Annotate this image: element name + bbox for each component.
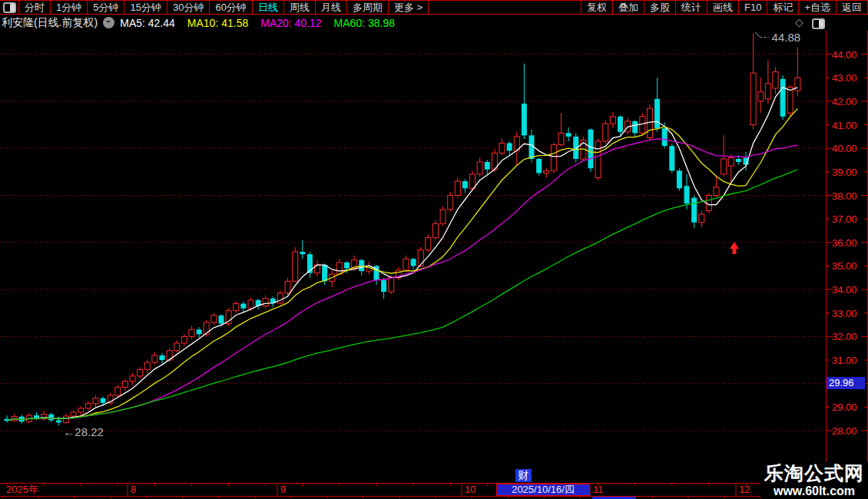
financial-report-badge[interactable]: 财 <box>515 469 532 482</box>
menu-item-mark[interactable]: 标记 <box>767 1 798 14</box>
menu-item-more[interactable]: 更多 > <box>388 1 429 14</box>
window-layout-icon[interactable] <box>0 1 18 14</box>
candle-up <box>189 329 194 336</box>
ma5-line <box>7 88 797 421</box>
candle-down <box>632 121 638 133</box>
price-tick-label: 37.00 <box>832 213 857 225</box>
price-tick-label: 29.00 <box>832 402 857 413</box>
candle-up <box>285 281 290 292</box>
candle-down <box>669 146 674 170</box>
candle-down <box>218 316 224 324</box>
candle-down <box>381 280 386 292</box>
candle-up <box>455 181 460 195</box>
candle-up <box>426 238 431 250</box>
candle-up <box>432 223 438 237</box>
candle-up <box>795 78 800 91</box>
menu-item-15min[interactable]: 15分钟 <box>124 1 166 14</box>
menu-item-weekly[interactable]: 周线 <box>283 1 315 14</box>
price-tick-label: 34.00 <box>832 284 857 296</box>
time-axis-label: 2025年 <box>6 484 38 495</box>
candle-down <box>56 421 61 423</box>
candle-up <box>204 322 209 334</box>
chevron-down-icon[interactable] <box>103 17 114 28</box>
ma-values: MA5: 42.44MA10: 41.58MA20: 40.12MA60: 38… <box>120 16 407 30</box>
candle-down <box>359 260 364 271</box>
menu-item-1min[interactable]: 1分钟 <box>50 1 87 14</box>
candle-up <box>595 141 601 178</box>
diamond-marker-icon[interactable]: ◇ <box>795 16 803 28</box>
candle-down <box>736 159 741 162</box>
candle-up <box>144 362 150 369</box>
candle-down <box>160 355 165 360</box>
menu-item-f10[interactable]: F10 <box>738 1 767 14</box>
candle-up <box>181 336 187 343</box>
menu-item-add-watchlist[interactable]: +自选 <box>798 1 836 14</box>
candle-down <box>48 415 54 421</box>
site-watermark: 乐淘公式网 www.60lt.com <box>760 462 868 499</box>
candle-up <box>448 196 453 210</box>
price-tick-label: 39.00 <box>832 167 857 178</box>
candle-down <box>522 104 527 135</box>
menu-item-multi-stock[interactable]: 多股 <box>644 1 675 14</box>
candle-down <box>462 181 468 188</box>
candle-down <box>588 130 593 169</box>
price-tick-label: 33.00 <box>832 308 857 319</box>
menu-item-back[interactable]: 返回 <box>836 1 868 14</box>
menu-item-intraday[interactable]: 分时 <box>18 1 50 14</box>
low-annotation: ←28.22 <box>63 425 104 438</box>
candle-up <box>137 369 143 376</box>
buy-arrow-icon <box>730 242 739 254</box>
candle-up <box>440 210 446 223</box>
menu-item-60min[interactable]: 60分钟 <box>209 1 251 14</box>
selected-date-badge: 2025/10/16/四 <box>496 484 590 496</box>
tool-menu: 复权叠加多股统计画线F10标记+自选返回 <box>581 1 868 14</box>
candle-up <box>551 145 556 171</box>
menu-item-monthly[interactable]: 月线 <box>315 1 346 14</box>
candle-up <box>773 72 778 88</box>
period-menu: 分时1分钟5分钟15分钟30分钟60分钟日线周线月线多周期更多 > <box>18 1 429 14</box>
candle-up <box>122 382 128 388</box>
candle-down <box>507 143 512 150</box>
top-menubar: 分时1分钟5分钟15分钟30分钟60分钟日线周线月线多周期更多 > 复权叠加多股… <box>0 0 868 15</box>
candle-down <box>662 128 668 146</box>
menubar-spacer <box>429 1 581 14</box>
watermark-url: www.60lt.com <box>760 484 868 497</box>
candle-up <box>721 159 727 174</box>
candle-up <box>750 73 756 124</box>
menu-item-draw-line[interactable]: 画线 <box>707 1 738 14</box>
menu-item-statistics[interactable]: 统计 <box>675 1 707 14</box>
panel-toggle-icon[interactable] <box>812 18 825 29</box>
time-axis-label: 12 <box>739 484 750 495</box>
menu-item-daily[interactable]: 日线 <box>252 1 283 14</box>
candle-up <box>336 263 342 274</box>
candle-up <box>277 293 283 303</box>
candle-up <box>603 124 608 141</box>
candle-up <box>248 300 253 309</box>
menu-item-overlay[interactable]: 叠加 <box>612 1 644 14</box>
high-pointer <box>755 32 760 38</box>
candle-up <box>640 117 645 133</box>
candle-down <box>677 170 682 188</box>
candle-up <box>130 376 135 382</box>
chart-title-row: 利安隆(日线.前复权) MA5: 42.44MA10: 41.58MA20: 4… <box>0 15 407 31</box>
candle-up <box>765 84 770 99</box>
candle-up <box>470 174 475 188</box>
candle-up <box>152 355 157 362</box>
candle-up <box>115 387 121 395</box>
candle-up <box>403 259 409 270</box>
candlestick-chart[interactable]: 44.0043.0042.0041.0040.0039.0038.0037.00… <box>0 0 868 499</box>
candle-up <box>418 250 423 266</box>
price-tick-label: 43.00 <box>832 72 857 84</box>
candle-up <box>499 143 505 153</box>
candle-up <box>699 214 704 223</box>
candle-down <box>654 99 660 128</box>
candle-up <box>63 416 68 422</box>
menu-item-multi-period[interactable]: 多周期 <box>346 1 388 14</box>
menu-item-adjust[interactable]: 复权 <box>581 1 612 14</box>
price-tick-label: 28.00 <box>832 425 857 437</box>
candle-down <box>411 259 416 266</box>
menu-item-5min[interactable]: 5分钟 <box>87 1 124 14</box>
candle-up <box>78 408 84 412</box>
ma60-readout: MA60: 38.98 <box>334 17 395 29</box>
menu-item-30min[interactable]: 30分钟 <box>167 1 209 14</box>
